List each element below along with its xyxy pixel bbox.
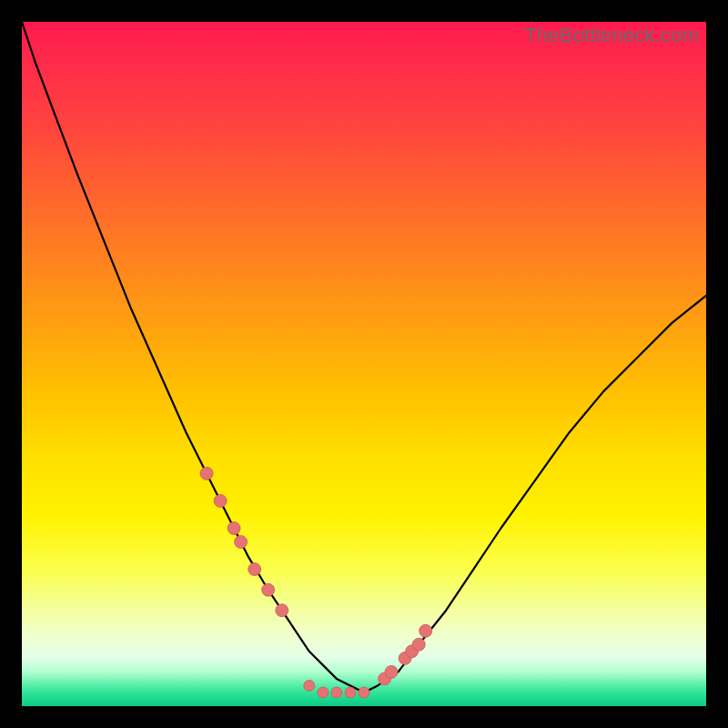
curve-marker [385, 665, 398, 678]
curve-marker [345, 687, 356, 698]
curve-marker [359, 687, 369, 698]
curve-marker [304, 680, 315, 691]
chart-frame: TheBottleneck.com [0, 0, 728, 728]
curve-marker [420, 624, 432, 637]
curve-marker [200, 467, 213, 480]
curve-marker [318, 687, 329, 698]
curve-marker [331, 687, 342, 698]
curve-marker [248, 563, 261, 576]
chart-svg [22, 22, 706, 706]
curve-marker [235, 536, 248, 549]
bottleneck-curve [22, 22, 706, 693]
plot-area: TheBottleneck.com [22, 22, 706, 706]
curve-markers-right [379, 624, 432, 685]
curve-marker [276, 604, 288, 617]
curve-markers-bottom [304, 680, 369, 698]
curve-markers-left [200, 467, 288, 616]
curve-marker [262, 583, 275, 596]
curve-marker [214, 494, 227, 507]
curve-marker [412, 638, 425, 651]
curve-marker [228, 522, 240, 535]
